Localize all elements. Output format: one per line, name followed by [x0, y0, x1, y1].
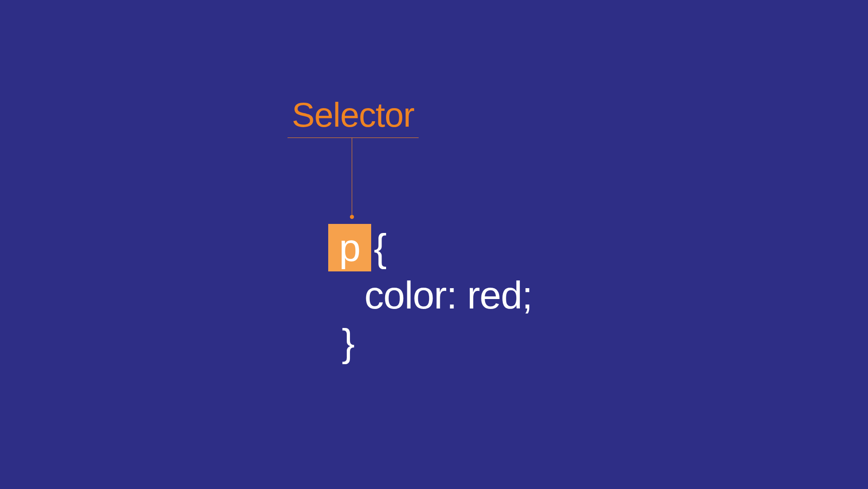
- connector-dot-icon: [350, 215, 354, 219]
- css-code-block: p{ color: red; }: [328, 224, 532, 366]
- selector-highlight: p: [328, 224, 371, 271]
- code-line-selector: p{: [328, 224, 532, 271]
- code-line-declaration: color: red;: [328, 271, 532, 319]
- close-brace: }: [328, 319, 532, 366]
- annotation-label: Selector: [288, 95, 419, 134]
- annotation-label-container: Selector: [288, 95, 419, 134]
- connector-line: [352, 138, 352, 216]
- open-brace: {: [374, 224, 387, 271]
- annotation-underline: [288, 138, 419, 138]
